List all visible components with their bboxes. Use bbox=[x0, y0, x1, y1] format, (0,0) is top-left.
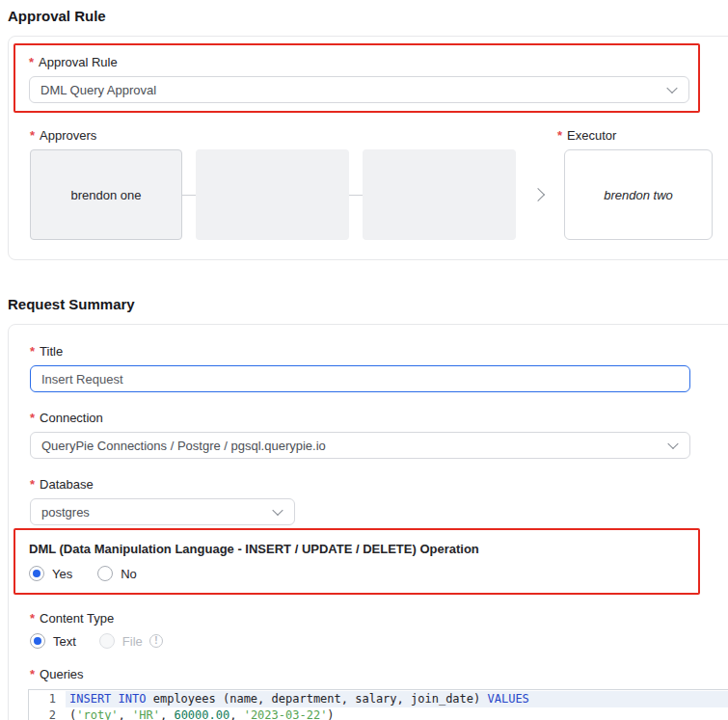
content-type-text-label: Text bbox=[53, 634, 76, 649]
connection-field-label: * Connection bbox=[30, 411, 728, 425]
dml-yes-label: Yes bbox=[52, 567, 72, 581]
executor-field-label: * Executor bbox=[557, 128, 616, 143]
radio-unselected-icon[interactable] bbox=[97, 566, 113, 581]
content-type-field-group: * Content Type Text File bbox=[30, 611, 728, 649]
content-type-file-option: File bbox=[99, 633, 163, 649]
code-text: ('roty', 'HR', 60000.00, '2023-03-22') bbox=[66, 707, 728, 720]
dml-no-label: No bbox=[121, 567, 137, 581]
approval-rule-card: * Approval Rule DML Query Approval * App… bbox=[8, 36, 728, 260]
queries-field-group: * Queries 1INSERT INTO employees (name, … bbox=[30, 667, 728, 720]
info-icon bbox=[149, 634, 163, 648]
database-select-value: postgres bbox=[41, 505, 90, 520]
code-line[interactable]: 1INSERT INTO employees (name, department… bbox=[29, 691, 728, 707]
approval-rule-section-heading: Approval Rule bbox=[8, 0, 728, 23]
content-type-radio-group: Text File bbox=[30, 633, 728, 649]
required-marker: * bbox=[30, 667, 35, 681]
content-type-label-text: Content Type bbox=[40, 611, 114, 626]
request-summary-section-heading: Request Summary bbox=[8, 297, 728, 311]
approver-step-1[interactable]: brendon one bbox=[30, 149, 182, 240]
radio-disabled-icon bbox=[99, 633, 115, 649]
approval-rule-select-value: DML Query Approval bbox=[40, 83, 156, 97]
title-input-value: Insert Request bbox=[41, 372, 123, 387]
approver-step-1-name: brendon one bbox=[70, 188, 141, 202]
chevron-right-icon bbox=[531, 188, 545, 201]
approval-rule-annotation-box: * Approval Rule DML Query Approval bbox=[13, 43, 700, 113]
executor-name: brendon two bbox=[604, 188, 673, 202]
chevron-down-icon bbox=[667, 439, 678, 449]
connection-select-value: QueryPie Connections / Postgre / pgsql.q… bbox=[41, 439, 326, 453]
content-type-field-label: * Content Type bbox=[30, 611, 728, 626]
database-field-label: * Database bbox=[30, 477, 728, 492]
radio-selected-icon[interactable] bbox=[30, 633, 45, 649]
dml-operation-radio-group: Yes No bbox=[29, 566, 689, 581]
database-select[interactable]: postgres bbox=[30, 498, 295, 525]
queries-field-label: * Queries bbox=[30, 667, 728, 681]
flow-arrow-cell bbox=[516, 149, 564, 240]
title-input[interactable]: Insert Request bbox=[30, 365, 690, 392]
approvers-field-label: * Approvers bbox=[30, 128, 728, 143]
approval-rule-field-label: * Approval Rule bbox=[29, 55, 689, 69]
approvers-label-text: Approvers bbox=[40, 128, 96, 143]
required-marker: * bbox=[30, 128, 35, 143]
approver-flow: * Approvers * Executor brendon one bbox=[13, 128, 728, 240]
required-marker: * bbox=[30, 477, 35, 492]
approver-step-2[interactable] bbox=[196, 149, 349, 240]
title-label-text: Title bbox=[40, 344, 63, 359]
database-field-group: * Database postgres bbox=[30, 477, 728, 525]
radio-selected-icon[interactable] bbox=[29, 566, 44, 581]
required-marker: * bbox=[557, 128, 562, 143]
line-number: 2 bbox=[29, 707, 66, 720]
approval-rule-label-text: Approval Rule bbox=[39, 55, 118, 69]
required-marker: * bbox=[29, 55, 34, 69]
dml-operation-annotation-box: DML (Data Manipulation Language - INSERT… bbox=[13, 528, 700, 595]
chevron-down-icon bbox=[666, 83, 677, 93]
connection-select[interactable]: QueryPie Connections / Postgre / pgsql.q… bbox=[30, 432, 690, 459]
content-type-text-option[interactable]: Text bbox=[30, 633, 76, 649]
sql-editor[interactable]: 1INSERT INTO employees (name, department… bbox=[28, 689, 728, 720]
connection-label-text: Connection bbox=[40, 411, 103, 425]
approver-flow-labels: * Approvers * Executor bbox=[30, 128, 728, 143]
database-label-text: Database bbox=[40, 477, 94, 492]
required-marker: * bbox=[30, 344, 35, 359]
approver-step-3[interactable] bbox=[363, 149, 516, 240]
line-number: 1 bbox=[29, 691, 66, 707]
step-connector bbox=[182, 195, 196, 196]
executor-box[interactable]: brendon two bbox=[564, 149, 713, 240]
request-summary-card: * Title Insert Request * Connection Quer… bbox=[8, 324, 728, 720]
required-marker: * bbox=[30, 411, 35, 425]
approval-rule-select[interactable]: DML Query Approval bbox=[29, 76, 689, 103]
title-field-group: * Title Insert Request bbox=[30, 344, 728, 392]
dml-no-option[interactable]: No bbox=[97, 566, 137, 581]
queries-label-text: Queries bbox=[40, 667, 84, 681]
step-connector bbox=[349, 195, 363, 196]
dml-operation-label-text: DML (Data Manipulation Language - INSERT… bbox=[29, 542, 479, 556]
executor-label-text: Executor bbox=[567, 128, 616, 143]
dml-yes-option[interactable]: Yes bbox=[29, 566, 72, 581]
chevron-down-icon bbox=[272, 505, 283, 516]
content-type-file-label: File bbox=[122, 634, 143, 649]
approver-boxes-row: brendon one brendon two bbox=[30, 149, 728, 240]
dml-operation-label: DML (Data Manipulation Language - INSERT… bbox=[29, 542, 689, 556]
required-marker: * bbox=[30, 611, 35, 626]
connection-field-group: * Connection QueryPie Connections / Post… bbox=[30, 411, 728, 459]
code-line[interactable]: 2('roty', 'HR', 60000.00, '2023-03-22') bbox=[29, 707, 728, 720]
title-field-label: * Title bbox=[30, 344, 728, 359]
code-text: INSERT INTO employees (name, department,… bbox=[66, 691, 728, 707]
